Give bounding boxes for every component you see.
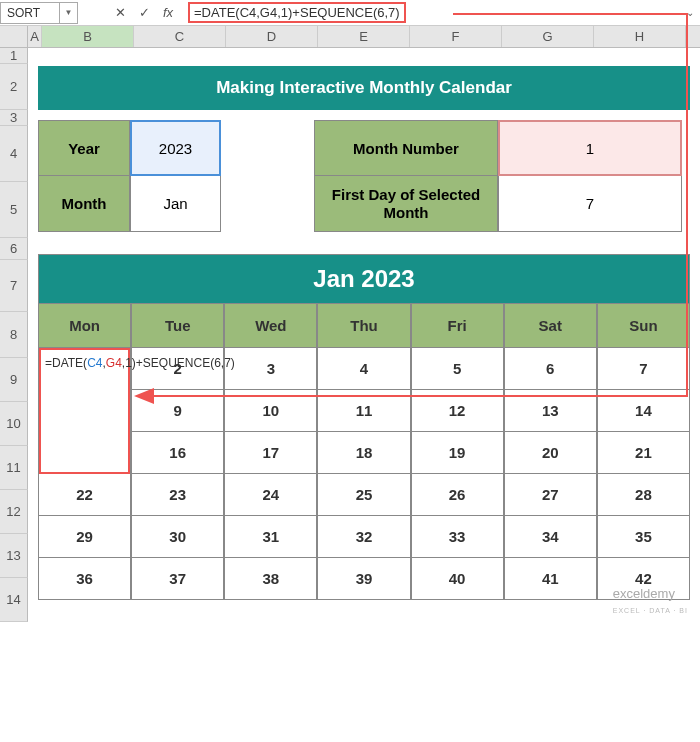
day-header-sun: Sun — [597, 304, 690, 348]
calendar-cell[interactable]: 39 — [317, 558, 410, 600]
calendar-cell[interactable]: 36 — [38, 558, 131, 600]
col-header-f[interactable]: F — [410, 26, 502, 47]
calendar-cell[interactable]: 5 — [411, 348, 504, 390]
calendar-cell[interactable]: 40 — [411, 558, 504, 600]
page-title: Making Interactive Monthly Calendar — [38, 66, 690, 110]
day-header-wed: Wed — [224, 304, 317, 348]
cancel-icon[interactable]: ✕ — [108, 2, 132, 24]
calendar-cell[interactable]: 16 — [131, 432, 224, 474]
row-header-5[interactable]: 5 — [0, 182, 28, 238]
calendar-cell[interactable]: 19 — [411, 432, 504, 474]
year-label: Year — [38, 120, 130, 176]
formula-bar: SORT ▼ ✕ ✓ fx =DATE(C4,G4,1)+SEQUENCE(6,… — [0, 0, 700, 26]
col-header-g[interactable]: G — [502, 26, 594, 47]
col-header-e[interactable]: E — [318, 26, 410, 47]
day-header-thu: Thu — [317, 304, 410, 348]
calendar-cell[interactable]: 17 — [224, 432, 317, 474]
calendar-cell[interactable]: 38 — [224, 558, 317, 600]
col-header-d[interactable]: D — [226, 26, 318, 47]
month-value-cell[interactable]: Jan — [130, 176, 221, 232]
col-header-c[interactable]: C — [134, 26, 226, 47]
row-header-14[interactable]: 14 — [0, 578, 28, 622]
calendar-cell[interactable]: 22 — [38, 474, 131, 516]
first-day-label: First Day of Selected Month — [314, 176, 498, 232]
calendar-cell[interactable]: 14 — [597, 390, 690, 432]
calendar-title: Jan 2023 — [38, 254, 690, 304]
calendar-cell[interactable]: 28 — [597, 474, 690, 516]
calendar-cell[interactable]: 21 — [597, 432, 690, 474]
calendar-cell[interactable]: 31 — [224, 516, 317, 558]
month-number-value-cell[interactable]: 1 — [498, 120, 682, 176]
calendar-cell[interactable]: 24 — [224, 474, 317, 516]
calendar-cell[interactable]: 7 — [597, 348, 690, 390]
calendar-cell[interactable]: 34 — [504, 516, 597, 558]
row-header-12[interactable]: 12 — [0, 490, 28, 534]
row-header-9[interactable]: 9 — [0, 358, 28, 402]
calendar-cell[interactable]: 11 — [317, 390, 410, 432]
calendar-cell[interactable]: 13 — [504, 390, 597, 432]
calendar-cell[interactable]: 37 — [131, 558, 224, 600]
calendar-cell[interactable]: 18 — [317, 432, 410, 474]
calendar-cell[interactable]: 10 — [224, 390, 317, 432]
sheet-area: Making Interactive Monthly Calendar Year… — [28, 48, 700, 622]
row-header-7[interactable]: 7 — [0, 260, 28, 312]
calendar-cell[interactable]: 41 — [504, 558, 597, 600]
select-all-cell[interactable] — [0, 26, 28, 47]
row-header-8[interactable]: 8 — [0, 312, 28, 358]
row-header-3[interactable]: 3 — [0, 110, 28, 126]
row-headers: 1234567891011121314 — [0, 48, 28, 622]
formula-cell-overlay[interactable]: =DATE(C4,G4,1)+SEQUENCE(6,7) — [39, 348, 130, 474]
formula-text: =DATE(C4,G4,1)+SEQUENCE(6,7) — [188, 2, 406, 23]
row-header-10[interactable]: 10 — [0, 402, 28, 446]
confirm-icon[interactable]: ✓ — [132, 2, 156, 24]
calendar-cell[interactable]: 27 — [504, 474, 597, 516]
calendar-cell[interactable]: 25 — [317, 474, 410, 516]
row-header-11[interactable]: 11 — [0, 446, 28, 490]
day-header-fri: Fri — [411, 304, 504, 348]
calendar-cell[interactable]: 26 — [411, 474, 504, 516]
row-header-4[interactable]: 4 — [0, 126, 28, 182]
row-header-1[interactable]: 1 — [0, 48, 28, 64]
col-header-a[interactable]: A — [28, 26, 42, 47]
col-header-b[interactable]: B — [42, 26, 134, 47]
calendar-cell[interactable]: 35 — [597, 516, 690, 558]
watermark: exceldemy EXCEL · DATA · BI — [613, 586, 688, 616]
first-day-value-cell[interactable]: 7 — [498, 176, 682, 232]
row-header-13[interactable]: 13 — [0, 534, 28, 578]
calendar-cell[interactable]: 4 — [317, 348, 410, 390]
day-header-sat: Sat — [504, 304, 597, 348]
month-label: Month — [38, 176, 130, 232]
month-number-label: Month Number — [314, 120, 498, 176]
calendar-grid: =DATE(C4,G4,1)+SEQUENCE(6,7)234567910111… — [38, 348, 690, 600]
formula-input[interactable]: =DATE(C4,G4,1)+SEQUENCE(6,7) — [180, 2, 680, 24]
fx-icon[interactable]: fx — [156, 2, 180, 24]
calendar-cell[interactable]: 12 — [411, 390, 504, 432]
calendar-day-headers: MonTueWedThuFriSatSun — [38, 304, 690, 348]
calendar-cell[interactable]: 23 — [131, 474, 224, 516]
calendar-cell[interactable]: 32 — [317, 516, 410, 558]
year-value-cell[interactable]: 2023 — [130, 120, 221, 176]
calendar-cell[interactable]: 30 — [131, 516, 224, 558]
day-header-mon: Mon — [38, 304, 131, 348]
row-header-6[interactable]: 6 — [0, 238, 28, 260]
row-header-2[interactable]: 2 — [0, 64, 28, 110]
calendar-cell[interactable]: 9 — [131, 390, 224, 432]
column-headers: ABCDEFGH — [0, 26, 700, 48]
name-box[interactable]: SORT — [0, 2, 60, 24]
name-box-dropdown-icon[interactable]: ▼ — [60, 2, 78, 24]
calendar-cell[interactable]: 3 — [224, 348, 317, 390]
calendar-cell[interactable]: 29 — [38, 516, 131, 558]
day-header-tue: Tue — [131, 304, 224, 348]
col-header-h[interactable]: H — [594, 26, 686, 47]
calendar-cell[interactable]: 6 — [504, 348, 597, 390]
calendar-cell[interactable]: 20 — [504, 432, 597, 474]
calendar-cell[interactable]: 33 — [411, 516, 504, 558]
expand-formula-bar-icon[interactable]: ⌄ — [680, 7, 700, 18]
calendar-cell[interactable]: =DATE(C4,G4,1)+SEQUENCE(6,7) — [38, 348, 131, 390]
